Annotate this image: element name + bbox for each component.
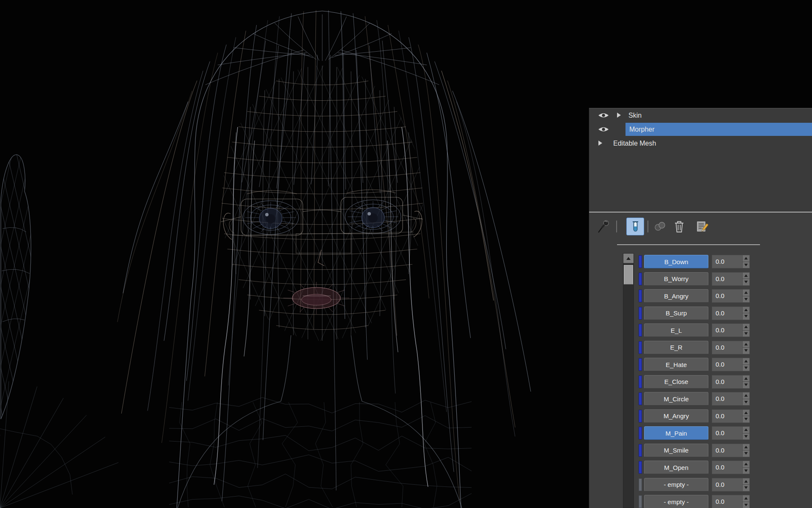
spinner-down-button[interactable]: [743, 502, 749, 508]
channel-name-button[interactable]: B_Worry: [644, 272, 708, 286]
show-end-result-button[interactable]: [626, 218, 644, 235]
configure-modifier-sets-button[interactable]: [694, 218, 712, 235]
channel-value-spinner[interactable]: 0.0: [712, 306, 750, 320]
channel-value-spinner[interactable]: 0.0: [712, 289, 750, 303]
spinner-up-button[interactable]: [743, 392, 749, 399]
spinner-down-button[interactable]: [743, 468, 749, 474]
expand-arrow-icon[interactable]: [617, 113, 621, 118]
spinner-down-icon: [744, 349, 748, 352]
spinner-down-button[interactable]: [743, 399, 749, 406]
channel-name-button[interactable]: - empty -: [644, 478, 708, 491]
channel-name-button[interactable]: - empty -: [644, 495, 708, 508]
pin-stack-button[interactable]: [595, 218, 613, 235]
spinner-down-button[interactable]: [743, 296, 749, 303]
expand-arrow-icon[interactable]: [598, 141, 602, 146]
channel-value-spinner[interactable]: 0.0: [712, 495, 750, 508]
spinner-up-button[interactable]: [743, 255, 749, 262]
channel-value-spinner[interactable]: 0.0: [712, 375, 750, 389]
channel-value-spinner[interactable]: 0.0: [712, 444, 750, 457]
channel-name-button[interactable]: E_R: [644, 341, 708, 354]
channel-name-button[interactable]: M_Pain: [644, 426, 708, 440]
spinner-down-icon: [744, 504, 748, 506]
spinner-up-button[interactable]: [743, 324, 749, 331]
modifier-label: Skin: [628, 108, 642, 122]
modifier-stack-item-skin[interactable]: Skin: [589, 108, 812, 122]
channel-value-spinner[interactable]: 0.0: [712, 341, 750, 354]
spinner-up-button[interactable]: [743, 461, 749, 468]
morph-channel-row: M_Angry 0.0: [636, 408, 812, 425]
channel-value-spinner[interactable]: 0.0: [712, 478, 750, 491]
spinner-up-button[interactable]: [743, 358, 749, 365]
spinner-up-button[interactable]: [743, 478, 749, 485]
scrollbar-up-button[interactable]: [623, 254, 634, 263]
spinner-down-button[interactable]: [743, 348, 749, 354]
channel-value-spinner[interactable]: 0.0: [712, 358, 750, 371]
spinner-down-button[interactable]: [743, 365, 749, 371]
channel-value-spinner[interactable]: 0.0: [712, 323, 750, 337]
spinner-down-button[interactable]: [743, 382, 749, 388]
spinner-up-button[interactable]: [743, 375, 749, 382]
channel-name-button[interactable]: M_Circle: [644, 392, 708, 406]
test-tube-icon: [630, 220, 641, 233]
spinner-down-icon: [744, 367, 748, 369]
modifier-stack-item-morpher[interactable]: Morpher: [589, 122, 812, 136]
modifier-stack-item-editable-mesh[interactable]: Editable Mesh: [589, 136, 812, 150]
channel-value-spinner[interactable]: 0.0: [712, 409, 750, 423]
channel-value-spinner[interactable]: 0.0: [712, 272, 750, 286]
spinner-up-button[interactable]: [743, 495, 749, 502]
channel-value: 0.0: [712, 307, 742, 320]
visibility-eye-icon[interactable]: [598, 126, 609, 133]
channel-value-spinner[interactable]: 0.0: [712, 255, 750, 268]
spinner-up-button[interactable]: [743, 427, 749, 433]
spinner-down-button[interactable]: [743, 485, 749, 491]
spinner-up-button[interactable]: [743, 410, 749, 417]
channel-name-button[interactable]: M_Angry: [644, 409, 708, 423]
make-unique-button[interactable]: [651, 218, 669, 235]
rollout-separator: [617, 244, 760, 245]
spinner-up-icon: [744, 377, 748, 380]
spinner-up-button[interactable]: [743, 307, 749, 314]
spinner-up-button[interactable]: [743, 290, 749, 296]
toolbar-separator: [647, 221, 648, 232]
modifier-label: Editable Mesh: [613, 136, 656, 150]
spinner-down-button[interactable]: [743, 313, 749, 320]
morph-channel-row: B_Down 0.0: [636, 253, 812, 271]
channel-value-spinner[interactable]: 0.0: [712, 461, 750, 474]
spinner-down-button[interactable]: [743, 262, 749, 268]
morph-list-scrollbar[interactable]: [623, 253, 634, 508]
spinner-arrows: [742, 273, 749, 285]
channel-active-marker: [639, 324, 642, 337]
spinner-arrows: [742, 427, 749, 439]
channel-value-spinner[interactable]: 0.0: [712, 426, 750, 440]
two-spheres-icon: [653, 221, 666, 232]
channel-active-marker: [639, 427, 642, 439]
channel-name-button[interactable]: E_L: [644, 323, 708, 337]
channel-name-button[interactable]: B_Angry: [644, 289, 708, 303]
channel-name-button[interactable]: E_Close: [644, 375, 708, 389]
morph-channel-row: E_Hate 0.0: [636, 356, 812, 373]
spinner-down-icon: [744, 264, 748, 266]
channel-name-button[interactable]: B_Surp: [644, 306, 708, 320]
channel-name-button[interactable]: E_Hate: [644, 358, 708, 371]
channel-active-marker: [639, 461, 642, 474]
channel-name-button[interactable]: B_Down: [644, 255, 708, 268]
channel-name-button[interactable]: M_Open: [644, 461, 708, 474]
spinner-down-button[interactable]: [743, 450, 749, 457]
channel-value: 0.0: [712, 495, 742, 508]
spinner-up-icon: [744, 309, 748, 311]
scrollbar-thumb[interactable]: [624, 265, 633, 284]
spinner-down-button[interactable]: [743, 433, 749, 440]
spinner-up-button[interactable]: [743, 341, 749, 348]
spinner-arrows: [742, 358, 749, 371]
channel-value-spinner[interactable]: 0.0: [712, 392, 750, 406]
remove-modifier-button[interactable]: [670, 218, 688, 235]
channel-active-marker: [639, 290, 642, 302]
spinner-up-button[interactable]: [743, 273, 749, 279]
morph-channel-row: - empty - 0.0: [636, 476, 812, 494]
spinner-up-button[interactable]: [743, 444, 749, 451]
channel-name-button[interactable]: M_Smile: [644, 444, 708, 457]
spinner-down-button[interactable]: [743, 331, 749, 337]
spinner-down-button[interactable]: [743, 279, 749, 285]
visibility-eye-icon[interactable]: [598, 112, 609, 119]
spinner-down-button[interactable]: [743, 416, 749, 422]
